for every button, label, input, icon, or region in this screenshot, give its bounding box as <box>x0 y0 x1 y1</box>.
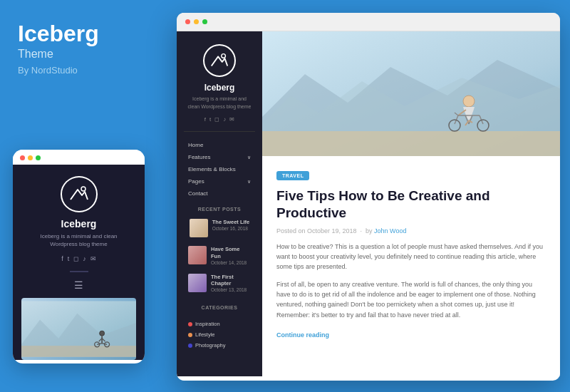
recent-post-2[interactable]: Have Some Fun October 14, 2018 <box>184 243 255 268</box>
brand-by: By NordStudio <box>18 65 159 76</box>
svg-rect-16 <box>262 131 560 156</box>
category-badge[interactable]: TRAVEL <box>276 171 309 180</box>
author-link[interactable]: John Wood <box>374 227 406 234</box>
category-label-lifestyle: Lifestyle <box>195 331 215 338</box>
svg-point-4 <box>100 331 105 336</box>
recent-post-info-2: Have Some Fun October 14, 2018 <box>211 246 251 265</box>
dot-red <box>20 155 25 160</box>
hamburger-icon[interactable]: ☰ <box>74 279 83 291</box>
article-meta: Posted on October 19, 2018 · by John Woo… <box>276 227 546 234</box>
dot-green <box>36 155 41 160</box>
sb-twitter-icon: t <box>209 116 211 123</box>
svg-point-17 <box>463 96 475 107</box>
facebook-icon: f <box>61 255 63 262</box>
left-panel: Iceberg Theme By NordStudio Iceberg Iceb… <box>0 0 177 392</box>
sb-tiktok-icon: ♪ <box>223 116 226 123</box>
article-body-1: How to be creative? This is a question a… <box>276 242 546 272</box>
sb-facebook-icon: f <box>204 116 206 123</box>
browser-dot-red <box>185 19 190 24</box>
recent-post-title-1: The Sweet Life <box>212 219 250 226</box>
mobile-logo-circle <box>61 176 98 212</box>
tiktok-icon: ♪ <box>83 255 86 262</box>
instagram-icon: ◻ <box>73 255 78 262</box>
nav-features[interactable]: Features∨ <box>184 151 255 163</box>
browser-titlebar <box>177 13 560 31</box>
twitter-icon: t <box>68 255 70 262</box>
main-content-area: TRAVEL Five Tips How to Be Creative and … <box>262 31 560 376</box>
category-label-inspiration: Inspiration <box>195 321 220 327</box>
category-dot-photography <box>188 344 192 348</box>
website-sidebar: Iceberg Iceberg is a minimal andclean Wo… <box>177 31 262 376</box>
recent-post-info-1: The Sweet Life October 16, 2018 <box>212 219 250 237</box>
whatsapp-icon: ✉ <box>90 255 96 262</box>
browser-window: Iceberg Iceberg is a minimal andclean Wo… <box>177 13 560 381</box>
sidebar-social: f t ◻ ♪ ✉ <box>204 116 234 123</box>
recent-post-title-3: The First Chapter <box>211 274 251 288</box>
nav-home[interactable]: Home <box>184 139 255 151</box>
recent-post-1[interactable]: The Sweet Life October 16, 2018 <box>185 216 254 240</box>
continue-reading-link[interactable]: Continue reading <box>276 331 329 339</box>
browser-dot-green <box>202 19 207 24</box>
recent-post-title-2: Have Some Fun <box>211 246 251 260</box>
svg-rect-3 <box>21 346 136 357</box>
browser-inner: Iceberg Iceberg is a minimal andclean Wo… <box>177 31 560 376</box>
recent-post-img-2 <box>188 246 207 264</box>
article-body-2: First of all, be open to any creative ve… <box>276 279 546 321</box>
recent-post-date-2: October 14, 2018 <box>211 260 251 265</box>
category-dot-inspiration <box>188 322 192 326</box>
window-dots <box>13 150 145 165</box>
article-body: TRAVEL Five Tips How to Be Creative and … <box>262 156 560 351</box>
article-title: Five Tips How to Be Creative and Product… <box>276 187 546 222</box>
recent-post-info-3: The First Chapter October 13, 2018 <box>211 274 251 293</box>
brand-title: Iceberg <box>18 21 159 46</box>
recent-post-img-3 <box>188 274 207 292</box>
hero-image <box>262 31 560 156</box>
mobile-tagline: Iceberg is a minimal and cleanWordpress … <box>40 232 117 248</box>
mountain-icon <box>68 182 90 205</box>
mobile-content: Iceberg Iceberg is a minimal and cleanWo… <box>13 165 145 360</box>
mobile-hero-image <box>21 298 136 360</box>
sidebar-mountain-icon <box>209 50 230 71</box>
svg-point-0 <box>81 187 86 191</box>
sb-whatsapp-icon: ✉ <box>229 116 234 123</box>
sidebar-nav: Home Features∨ Elements & Blocks Pages∨ … <box>184 139 255 200</box>
nav-pages[interactable]: Pages∨ <box>184 175 255 187</box>
hero-svg <box>262 31 560 156</box>
recent-post-date-1: October 16, 2018 <box>212 226 250 231</box>
mobile-brand-label: Iceberg <box>61 218 97 229</box>
browser-dot-yellow <box>194 19 199 24</box>
mobile-divider <box>70 271 88 272</box>
categories-title: CATEGORIES <box>202 305 238 310</box>
sidebar-brand-label: Iceberg <box>204 83 235 93</box>
recent-post-img-1 <box>190 219 208 237</box>
categories-section: Inspiration Lifestyle Photography <box>184 319 255 351</box>
category-lifestyle[interactable]: Lifestyle <box>188 329 251 340</box>
mobile-cyclist-image <box>21 298 136 360</box>
svg-point-12 <box>222 54 226 58</box>
sidebar-logo-circle <box>203 44 236 77</box>
sidebar-divider <box>184 131 255 132</box>
recent-post-3[interactable]: The First Chapter October 13, 2018 <box>184 271 255 296</box>
recent-post-date-3: October 13, 2018 <box>211 287 251 292</box>
category-label-photography: Photography <box>195 342 226 349</box>
dot-yellow <box>28 155 33 160</box>
recent-posts-title: RECENT POSTS <box>198 207 241 212</box>
sb-instagram-icon: ◻ <box>214 116 219 123</box>
brand-subtitle: Theme <box>18 48 159 61</box>
category-dot-lifestyle <box>188 333 192 337</box>
category-photography[interactable]: Photography <box>188 340 251 351</box>
mobile-preview-card: Iceberg Iceberg is a minimal and cleanWo… <box>13 150 145 363</box>
nav-elements[interactable]: Elements & Blocks <box>184 163 255 175</box>
mobile-social-icons: f t ◻ ♪ ✉ <box>61 255 96 262</box>
nav-contact[interactable]: Contact <box>184 187 255 200</box>
sidebar-tagline: Iceberg is a minimal andclean Wordpress … <box>188 96 252 110</box>
category-inspiration[interactable]: Inspiration <box>188 319 251 329</box>
